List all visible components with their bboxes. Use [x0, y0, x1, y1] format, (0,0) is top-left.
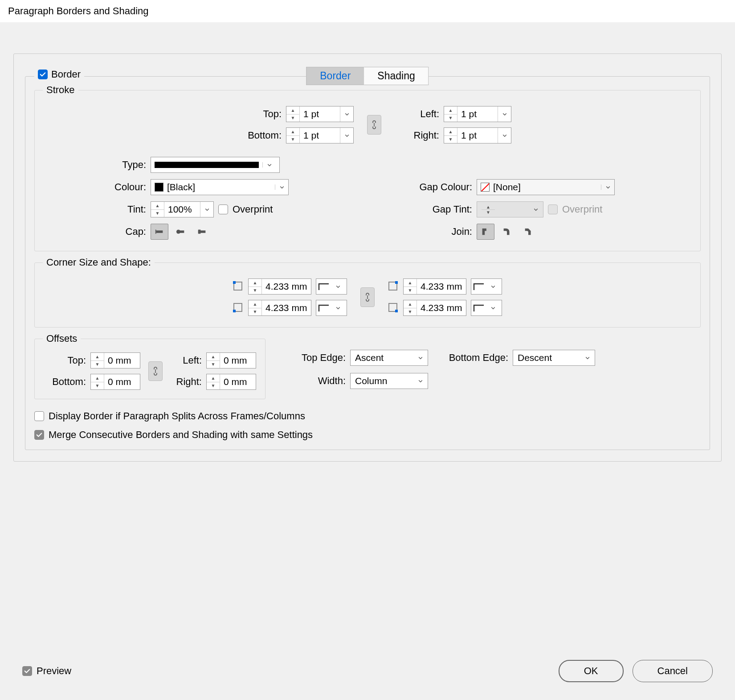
offset-right-label: Right:: [171, 376, 202, 388]
none-swatch-icon: [481, 183, 490, 192]
corner-tl-input[interactable]: ▲▼: [248, 278, 311, 295]
offsets-legend: Offsets: [43, 333, 81, 344]
join-bevel-button[interactable]: [519, 224, 537, 240]
corner-tr-shape[interactable]: [471, 278, 502, 295]
stroke-right-label: Right:: [395, 130, 439, 141]
stroke-left-label: Left:: [395, 108, 439, 120]
display-split-label: Display Border if Paragraph Splits Acros…: [49, 410, 305, 422]
stroke-colour-dropdown[interactable]: [Black]: [151, 179, 289, 195]
border-enable-checkbox[interactable]: [38, 70, 48, 79]
gap-overprint-checkbox: [548, 205, 558, 214]
merge-checkbox[interactable]: [34, 430, 44, 440]
offset-top-input[interactable]: ▲▼: [90, 352, 140, 368]
width-dropdown[interactable]: Column: [350, 373, 428, 389]
corner-bl-shape[interactable]: [316, 300, 347, 316]
stroke-tint-input[interactable]: ▲▼: [151, 201, 214, 217]
stroke-bottom-label: Bottom:: [224, 130, 282, 141]
corner-link-icon[interactable]: [360, 287, 375, 307]
stroke-link-icon[interactable]: [367, 115, 381, 135]
join-label: Join:: [410, 226, 472, 237]
corner-tl-icon: [233, 281, 244, 292]
corner-br-icon: [388, 303, 399, 313]
corner-tl-shape[interactable]: [316, 278, 347, 295]
join-miter-button[interactable]: [477, 224, 494, 240]
overprint-label: Overprint: [233, 204, 273, 215]
top-edge-dropdown[interactable]: Ascent: [350, 350, 428, 366]
border-group-label: Border: [51, 69, 81, 80]
offset-bottom-input[interactable]: ▲▼: [90, 374, 140, 390]
stroke-top-label: Top:: [224, 108, 282, 120]
offset-right-input[interactable]: ▲▼: [206, 374, 256, 390]
gap-tint-input: ▲▼: [477, 201, 543, 217]
offset-left-label: Left:: [171, 355, 202, 366]
preview-checkbox[interactable]: [22, 666, 32, 676]
svg-rect-11: [395, 281, 398, 284]
corner-br-shape[interactable]: [471, 300, 502, 316]
tab-border[interactable]: Border: [306, 67, 364, 85]
svg-rect-7: [233, 281, 236, 284]
overprint-checkbox[interactable]: [218, 205, 228, 214]
offset-top-label: Top:: [44, 355, 86, 366]
display-split-checkbox[interactable]: [34, 411, 44, 421]
corner-bl-input[interactable]: ▲▼: [248, 300, 311, 316]
join-round-button[interactable]: [498, 224, 516, 240]
corner-legend: Corner Size and Shape:: [43, 257, 155, 268]
gap-tint-label: Gap Tint:: [410, 204, 472, 215]
cap-square-button[interactable]: [193, 224, 211, 240]
stroke-type-dropdown[interactable]: [151, 157, 280, 173]
ok-button[interactable]: OK: [559, 660, 624, 682]
stroke-tint-label: Tint:: [102, 204, 146, 215]
corner-tr-icon: [388, 281, 399, 292]
offsets-link-icon[interactable]: [148, 361, 163, 381]
merge-label: Merge Consecutive Borders and Shading wi…: [49, 429, 313, 441]
stroke-left-input[interactable]: ▲▼: [444, 106, 511, 122]
top-edge-label: Top Edge:: [288, 352, 346, 364]
stroke-bottom-input[interactable]: ▲▼: [286, 127, 354, 143]
corner-tr-input[interactable]: ▲▼: [403, 278, 466, 295]
cap-round-button[interactable]: [172, 224, 190, 240]
svg-rect-9: [233, 310, 236, 312]
preview-label: Preview: [37, 665, 71, 677]
svg-rect-13: [395, 310, 398, 312]
tab-shading[interactable]: Shading: [364, 67, 429, 85]
stroke-right-input[interactable]: ▲▼: [444, 127, 511, 143]
gap-colour-label: Gap Colour:: [410, 181, 472, 193]
offset-left-input[interactable]: ▲▼: [206, 352, 256, 368]
gap-overprint-label: Overprint: [562, 204, 602, 215]
corner-bl-icon: [233, 303, 244, 313]
stroke-legend: Stroke: [43, 84, 78, 96]
corner-br-input[interactable]: ▲▼: [403, 300, 466, 316]
cap-butt-button[interactable]: [151, 224, 168, 240]
cap-label: Cap:: [102, 226, 146, 237]
dialog-title: Paragraph Borders and Shading: [0, 0, 735, 22]
stroke-top-input[interactable]: ▲▼: [286, 106, 354, 122]
bottom-edge-label: Bottom Edge:: [433, 352, 508, 364]
black-swatch-icon: [155, 183, 163, 192]
cancel-button[interactable]: Cancel: [633, 660, 713, 682]
bottom-edge-dropdown[interactable]: Descent: [513, 350, 595, 366]
width-label: Width:: [288, 375, 346, 387]
tab-strip: Border Shading: [306, 67, 429, 85]
stroke-colour-label: Colour:: [102, 181, 146, 193]
offset-bottom-label: Bottom:: [44, 376, 86, 388]
stroke-type-label: Type:: [102, 159, 146, 171]
gap-colour-dropdown[interactable]: [None]: [477, 179, 615, 195]
